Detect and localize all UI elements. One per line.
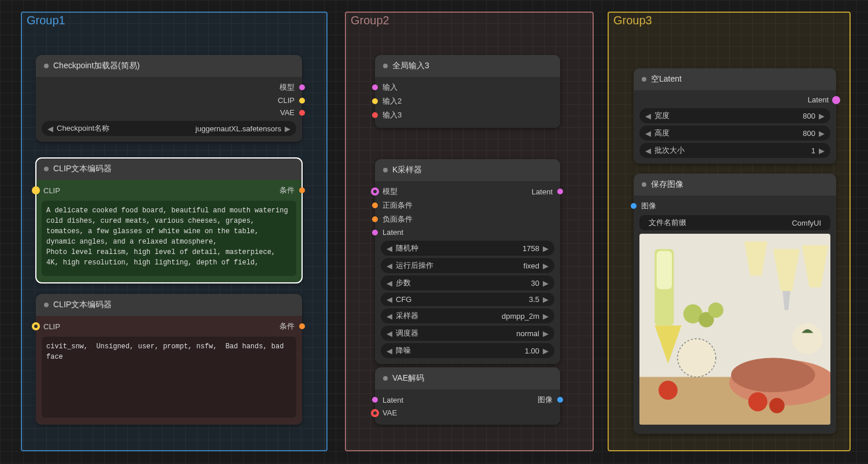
port-dot[interactable] xyxy=(33,187,39,193)
chevron-right-icon[interactable]: ▶ xyxy=(819,112,825,120)
port-dot[interactable] xyxy=(631,203,637,209)
node-header[interactable]: 空Latent xyxy=(634,68,836,90)
port-dot[interactable] xyxy=(299,323,305,329)
width-field[interactable]: ◀宽度800▶ xyxy=(639,108,830,123)
port-dot[interactable] xyxy=(299,84,305,90)
input-clip[interactable]: CLIP xyxy=(36,183,66,197)
image-preview[interactable] xyxy=(639,234,830,425)
denoise-field[interactable]: ◀降噪1.00▶ xyxy=(381,343,554,358)
collapse-icon[interactable] xyxy=(383,168,388,172)
output-model[interactable]: 模型 xyxy=(36,80,302,94)
node-header[interactable]: Checkpoint加载器(简易) xyxy=(36,55,302,77)
collapse-icon[interactable] xyxy=(642,182,646,187)
chevron-right-icon[interactable]: ▶ xyxy=(543,295,549,304)
input-clip[interactable]: CLIP xyxy=(36,319,66,333)
input-vae[interactable]: VAE xyxy=(375,407,560,419)
port-dot[interactable] xyxy=(557,397,563,403)
checkpoint-name-field[interactable]: ◀Checkpoint名称juggernautXL.safetensors▶ xyxy=(42,121,296,136)
input-latent[interactable]: Latent xyxy=(375,226,560,238)
node-empty-latent[interactable]: 空Latent Latent ◀宽度800▶ ◀高度800▶ ◀批次大小1▶ xyxy=(634,68,836,164)
height-field[interactable]: ◀高度800▶ xyxy=(639,126,830,141)
input-model[interactable]: 模型 xyxy=(375,185,403,198)
port-dot[interactable] xyxy=(557,189,563,194)
node-global-input-3[interactable]: 全局输入3 输入 输入2 输入3 xyxy=(375,55,560,128)
filename-prefix-field[interactable]: 文件名前缀ComfyUI xyxy=(639,215,830,230)
port-dot[interactable] xyxy=(833,97,839,103)
chevron-right-icon[interactable]: ▶ xyxy=(543,347,549,355)
after-generate-field[interactable]: ◀运行后操作fixed▶ xyxy=(381,258,554,273)
chevron-left-icon[interactable]: ◀ xyxy=(387,295,392,304)
chevron-left-icon[interactable]: ◀ xyxy=(387,244,392,253)
input-image[interactable]: 图像 xyxy=(634,199,836,213)
input-negative[interactable]: 负面条件 xyxy=(375,212,560,226)
node-checkpoint-loader[interactable]: Checkpoint加载器(简易) 模型 CLIP VAE ◀Checkpoin… xyxy=(36,55,302,142)
port-dot[interactable] xyxy=(33,323,39,329)
input-1[interactable]: 输入 xyxy=(375,80,560,94)
port-dot[interactable] xyxy=(299,187,305,193)
collapse-icon[interactable] xyxy=(44,64,49,68)
chevron-right-icon[interactable]: ▶ xyxy=(285,124,290,133)
batch-size-field[interactable]: ◀批次大小1▶ xyxy=(639,143,830,158)
node-header[interactable]: VAE解码 xyxy=(375,367,560,389)
chevron-right-icon[interactable]: ▶ xyxy=(543,312,549,321)
port-dot[interactable] xyxy=(299,110,305,116)
port-dot[interactable] xyxy=(372,98,378,104)
node-header[interactable]: CLIP文本编码器 xyxy=(36,158,302,180)
port-dot[interactable] xyxy=(372,84,378,90)
output-image[interactable]: 图像 xyxy=(532,393,560,407)
node-save-image[interactable]: 保存图像 图像 文件名前缀ComfyUI xyxy=(634,174,836,434)
node-vae-decode[interactable]: VAE解码 Latent 图像 VAE xyxy=(375,367,560,425)
chevron-left-icon[interactable]: ◀ xyxy=(387,279,392,288)
chevron-right-icon[interactable]: ▶ xyxy=(543,329,549,338)
node-ksampler[interactable]: K采样器 模型 Latent 正面条件 负面条件 Latent ◀随机种1758… xyxy=(375,159,560,364)
port-dot[interactable] xyxy=(372,112,378,118)
node-header[interactable]: 全局输入3 xyxy=(375,55,560,77)
output-conditioning[interactable]: 条件 xyxy=(274,183,302,197)
chevron-left-icon[interactable]: ◀ xyxy=(387,329,392,338)
port-dot[interactable] xyxy=(372,410,378,416)
port-dot[interactable] xyxy=(299,98,305,104)
node-header[interactable]: 保存图像 xyxy=(634,174,836,196)
chevron-right-icon[interactable]: ▶ xyxy=(543,244,549,253)
input-3[interactable]: 输入3 xyxy=(375,108,560,122)
output-latent[interactable]: Latent xyxy=(634,94,836,106)
chevron-left-icon[interactable]: ◀ xyxy=(645,112,651,120)
cfg-field[interactable]: ◀CFG3.5▶ xyxy=(381,293,554,306)
collapse-icon[interactable] xyxy=(642,77,646,82)
port-dot[interactable] xyxy=(372,189,378,194)
chevron-left-icon[interactable]: ◀ xyxy=(387,312,392,321)
output-clip[interactable]: CLIP xyxy=(36,94,302,106)
seed-field[interactable]: ◀随机种1758▶ xyxy=(381,241,554,256)
chevron-right-icon[interactable]: ▶ xyxy=(819,146,825,155)
collapse-icon[interactable] xyxy=(383,376,388,381)
collapse-icon[interactable] xyxy=(44,167,49,171)
chevron-left-icon[interactable]: ◀ xyxy=(47,124,53,133)
port-dot[interactable] xyxy=(372,216,378,222)
prompt-text[interactable]: civit_snw, Unsigned, user, prompt, nsfw,… xyxy=(42,337,296,418)
input-positive[interactable]: 正面条件 xyxy=(375,198,560,212)
chevron-right-icon[interactable]: ▶ xyxy=(543,262,549,270)
prompt-text[interactable]: A delicate cooked food board, beautiful … xyxy=(42,201,296,276)
input-latent[interactable]: Latent xyxy=(375,393,409,407)
chevron-left-icon[interactable]: ◀ xyxy=(645,146,651,155)
node-clip-text-encode-positive[interactable]: CLIP文本编码器 CLIP 条件 A delicate cooked food… xyxy=(36,158,302,283)
collapse-icon[interactable] xyxy=(44,303,49,307)
node-canvas[interactable]: Group1 Group2 Group3 Checkpoint加载器(简易) 模… xyxy=(0,0,868,464)
port-dot[interactable] xyxy=(372,230,378,235)
chevron-left-icon[interactable]: ◀ xyxy=(387,347,392,355)
node-clip-text-encode-negative[interactable]: CLIP文本编码器 CLIP 条件 civit_snw, Unsigned, u… xyxy=(36,294,302,425)
port-dot[interactable] xyxy=(372,397,378,403)
chevron-left-icon[interactable]: ◀ xyxy=(387,262,392,270)
chevron-right-icon[interactable]: ▶ xyxy=(819,129,825,138)
scheduler-field[interactable]: ◀调度器normal▶ xyxy=(381,326,554,341)
steps-field[interactable]: ◀步数30▶ xyxy=(381,275,554,290)
collapse-icon[interactable] xyxy=(383,64,388,68)
output-latent[interactable]: Latent xyxy=(526,185,560,198)
output-conditioning[interactable]: 条件 xyxy=(274,319,302,333)
sampler-field[interactable]: ◀采样器dpmpp_2m▶ xyxy=(381,308,554,323)
output-vae[interactable]: VAE xyxy=(36,106,302,119)
node-header[interactable]: CLIP文本编码器 xyxy=(36,294,302,316)
input-2[interactable]: 输入2 xyxy=(375,94,560,108)
chevron-right-icon[interactable]: ▶ xyxy=(543,279,549,288)
node-header[interactable]: K采样器 xyxy=(375,159,560,181)
